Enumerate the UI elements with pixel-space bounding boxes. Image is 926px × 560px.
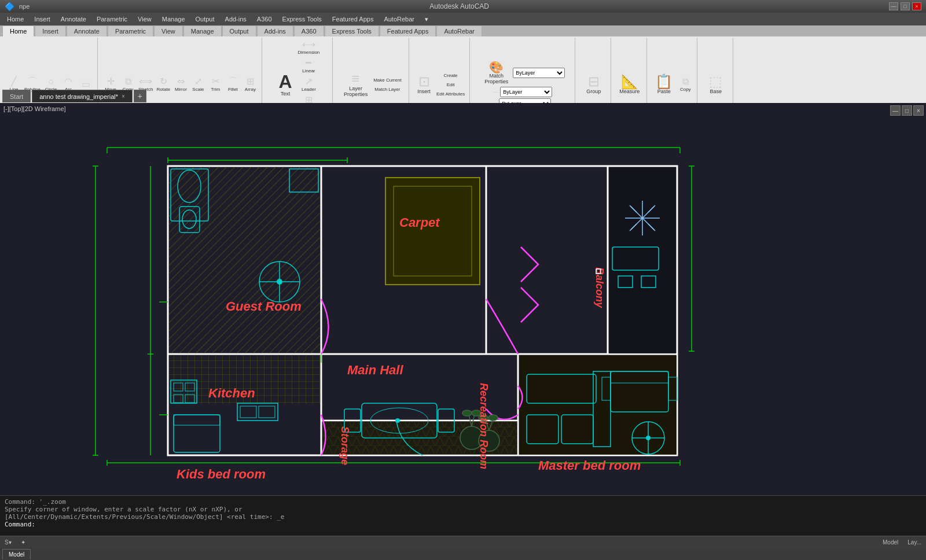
status-snap[interactable]: S▾ (5, 539, 12, 546)
menubar: Home Insert Annotate Parametric View Man… (0, 13, 926, 25)
edit-attributes-tool[interactable]: Edit Attributes (435, 90, 466, 98)
viewport-controls[interactable]: — □ × (890, 105, 924, 116)
arc-icon: ◠ (64, 77, 72, 86)
menu-addins[interactable]: Add-ins (221, 14, 251, 24)
group-icon: ⊟ (588, 75, 600, 89)
minimize-button[interactable]: — (889, 2, 898, 10)
match-layer-tool[interactable]: Match Layer (372, 85, 402, 93)
tab-a360[interactable]: A360 (294, 25, 324, 36)
linear-tool[interactable]: ━Linear (297, 57, 321, 75)
rotate-tool[interactable]: ↻Rotate (155, 76, 171, 93)
modeltab: Model (0, 548, 926, 560)
menu-parametric[interactable]: Parametric (92, 14, 132, 24)
bylayer-color-select[interactable]: ByLayer (513, 68, 565, 78)
rectangle-tool[interactable]: ▭ (78, 79, 94, 91)
mirror-icon: ⇔ (177, 77, 185, 86)
fillet-icon: ⌒ (228, 77, 237, 86)
menu-autorebar[interactable]: AutoRebar (379, 14, 419, 24)
tab-start[interactable]: Start (2, 90, 31, 102)
dimension-tool[interactable]: ⟷Dimension (297, 39, 321, 56)
model-tab[interactable]: Model (2, 549, 31, 559)
tab-express[interactable]: Express Tools (325, 25, 379, 36)
menu-annotate[interactable]: Annotate (56, 14, 91, 24)
start-tab-label: Start (10, 93, 23, 100)
tab-close-button[interactable]: × (122, 93, 125, 100)
cmd-prompt[interactable]: Command: (5, 521, 921, 528)
bylayer-linetype-select[interactable]: ByLayer (500, 87, 552, 97)
svg-text:Carpet: Carpet (399, 215, 440, 230)
maximize-button[interactable]: □ (901, 2, 910, 10)
array-tool[interactable]: ⊞Array (242, 76, 258, 93)
tab-addins[interactable]: Add-ins (257, 25, 293, 36)
app-logo: 🔷 (5, 2, 14, 11)
make-current-tool[interactable]: Make Current (372, 76, 402, 84)
tab-autorebar[interactable]: AutoRebar (436, 25, 482, 36)
edit-block-tool[interactable]: Edit (435, 80, 466, 89)
viewport-close[interactable]: × (913, 105, 924, 116)
window-title: Autodesk AutoCAD (30, 2, 889, 10)
ribbon-tabs: Home Insert Annotate Parametric View Man… (0, 25, 926, 36)
linetype-row: — ByLayer (494, 87, 552, 97)
polyline-icon: ⌒ (28, 77, 37, 86)
svg-point-83 (646, 436, 651, 440)
text-tool[interactable]: A Text (275, 71, 295, 98)
close-button[interactable]: × (912, 2, 921, 10)
mirror-tool[interactable]: ⇔Mirror (172, 76, 189, 93)
menu-express[interactable]: Express Tools (278, 14, 326, 24)
layer-properties-tool[interactable]: ≡ LayerProperties (340, 71, 371, 98)
menu-view[interactable]: View (133, 14, 156, 24)
commandline: Command: '_.zoom Specify corner of windo… (0, 495, 926, 536)
rectangle-icon: ▭ (82, 80, 90, 89)
menu-more[interactable]: ▾ (420, 14, 433, 24)
leader-tool[interactable]: ↗Leader (297, 76, 321, 93)
command-input[interactable] (39, 521, 921, 528)
svg-text:Kids bed room: Kids bed room (177, 467, 266, 481)
move-icon: ✛ (107, 77, 115, 86)
menu-featured[interactable]: Featured Apps (328, 14, 379, 24)
menu-output[interactable]: Output (191, 14, 219, 24)
viewport: [-][Top][2D Wireframe] — □ × (0, 103, 926, 495)
group-tool[interactable]: ⊟ Group (583, 73, 604, 95)
floorplan-svg: Guest Room Kitchen Main Hall Carpet Kids… (0, 103, 926, 495)
svg-rect-44 (609, 167, 676, 353)
menu-home[interactable]: Home (2, 14, 28, 24)
copy-icon: ⧉ (125, 77, 131, 86)
menu-manage[interactable]: Manage (157, 14, 190, 24)
menu-insert[interactable]: Insert (30, 14, 55, 24)
svg-text:Master bed room: Master bed room (538, 458, 641, 473)
base-tool[interactable]: ⬚ Base (705, 73, 726, 95)
tab-view[interactable]: View (154, 25, 183, 36)
svg-text:Kitchen: Kitchen (208, 386, 255, 400)
fillet-tool[interactable]: ⌒Fillet (225, 76, 241, 93)
create-block-tool[interactable]: Create (435, 71, 466, 79)
tab-drawing[interactable]: anno test drawing_imperial* × (32, 90, 133, 102)
copy-clip-tool[interactable]: ⧉ Copy (677, 76, 693, 93)
statusbar: S▾ ✦ Model Lay... (0, 536, 926, 548)
tab-featured[interactable]: Featured Apps (380, 25, 436, 36)
match-properties-tool[interactable]: 🎨 MatchProperties (481, 60, 512, 86)
title-text: npe (19, 3, 30, 10)
svg-text:Recreation Room: Recreation Room (478, 383, 490, 469)
tab-manage[interactable]: Manage (183, 25, 222, 36)
svg-text:Guest Room: Guest Room (226, 299, 302, 314)
cmd-history-3: [All/Center/Dynamic/Extents/Previous/Sca… (5, 513, 921, 521)
stretch-icon: ⟺ (139, 77, 152, 86)
paste-tool[interactable]: 📋 Paste (652, 73, 676, 95)
viewport-minimize[interactable]: — (890, 105, 901, 116)
viewport-maximize[interactable]: □ (902, 105, 912, 116)
tab-annotate[interactable]: Annotate (67, 25, 107, 36)
menu-a360[interactable]: A360 (252, 14, 277, 24)
tab-insert[interactable]: Insert (35, 25, 66, 36)
trim-tool[interactable]: ✂Trim (207, 76, 223, 93)
window-controls[interactable]: — □ × (889, 2, 921, 10)
insert-tool[interactable]: ⊡ Insert (414, 73, 434, 95)
scale-tool[interactable]: ⤢Scale (190, 76, 206, 93)
status-coords: ✦ (21, 539, 25, 546)
insert-icon: ⊡ (418, 75, 430, 89)
cmd-history-1: Command: '_.zoom (5, 498, 921, 506)
measure-tool[interactable]: 📐 Measure (616, 73, 643, 95)
tab-home[interactable]: Home (2, 25, 34, 36)
tab-output[interactable]: Output (222, 25, 256, 36)
tab-parametric[interactable]: Parametric (108, 25, 153, 36)
new-tab-button[interactable]: + (134, 90, 146, 102)
